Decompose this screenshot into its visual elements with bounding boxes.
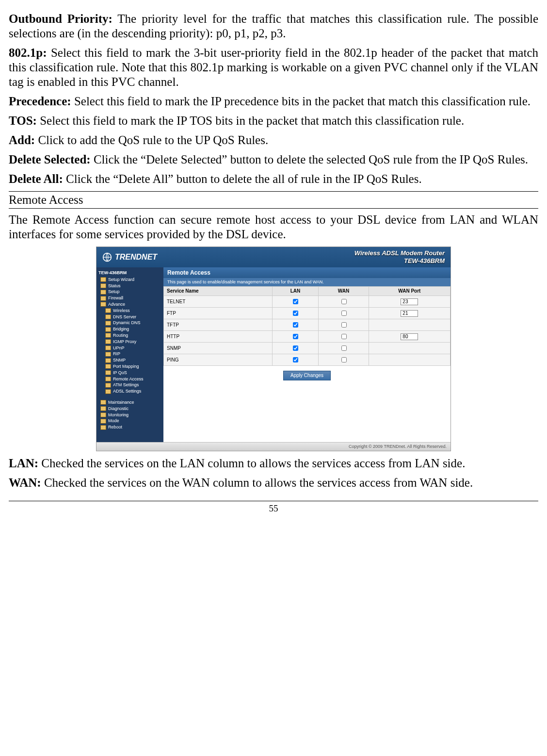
wan-checkbox[interactable] xyxy=(341,357,347,362)
th-wan: WAN xyxy=(319,287,369,296)
cell-service-name: TFTP xyxy=(164,319,273,331)
sidebar-item-label: Setup xyxy=(108,289,120,295)
sidebar-item-label: Port Mapping xyxy=(113,364,139,369)
sidebar-item[interactable]: Setup xyxy=(98,289,161,295)
label-precedence: Precedence: xyxy=(9,95,71,108)
sidebar-item[interactable]: Reboot xyxy=(98,424,161,430)
th-service-name: Service Name xyxy=(164,287,273,296)
header-title: Wireless ADSL Modem Router TEW-436BRM xyxy=(354,249,445,264)
table-row: SNMP xyxy=(164,343,450,354)
para-remote-access-intro: The Remote Access function can secure re… xyxy=(9,213,538,242)
panel-title: Remote Access xyxy=(163,267,450,278)
sidebar-item-label: Routing xyxy=(113,333,128,338)
sidebar-item[interactable]: ADSL Settings xyxy=(98,388,161,394)
folder-icon xyxy=(105,383,111,388)
sidebar-item-label: ADSL Settings xyxy=(113,389,141,394)
sidebar-item[interactable]: Diagnostic xyxy=(98,406,161,412)
cell-wan-port xyxy=(369,354,450,366)
sidebar-item-label: Wireless xyxy=(113,308,130,313)
folder-icon xyxy=(105,339,111,344)
folder-icon xyxy=(100,283,106,288)
brand-logo: TRENDNET xyxy=(102,252,157,262)
header-title-line1: Wireless ADSL Modem Router xyxy=(354,249,445,257)
sidebar-item-label: DNS Server xyxy=(113,314,136,320)
wan-checkbox[interactable] xyxy=(341,299,347,304)
table-row: PING xyxy=(164,354,450,366)
sidebar-item[interactable]: ATM Settings xyxy=(98,382,161,388)
main-panel: Remote Access This page is used to enabl… xyxy=(163,267,450,442)
apply-changes-button[interactable]: Apply Changes xyxy=(283,371,331,380)
folder-icon xyxy=(105,308,111,313)
cell-service-name: FTP xyxy=(164,308,273,319)
sidebar-item[interactable]: Status xyxy=(98,283,161,289)
th-wan-port: WAN Port xyxy=(369,287,450,296)
globe-icon xyxy=(102,252,112,262)
cell-wan-port xyxy=(369,308,450,319)
sidebar-item[interactable]: RIP xyxy=(98,351,161,357)
sidebar-item[interactable]: Setup Wizard xyxy=(98,277,161,283)
lan-checkbox[interactable] xyxy=(293,322,298,328)
sidebar-item-advance[interactable]: Advance xyxy=(98,301,161,308)
folder-icon xyxy=(105,314,111,319)
wan-checkbox[interactable] xyxy=(341,322,347,328)
lan-checkbox[interactable] xyxy=(293,345,298,351)
label-lan: LAN: xyxy=(9,457,38,470)
table-row: TELNET xyxy=(164,296,450,308)
sidebar-item[interactable]: Dynamic DNS xyxy=(98,320,161,326)
lan-checkbox[interactable] xyxy=(293,311,298,316)
lan-checkbox[interactable] xyxy=(293,299,298,304)
sidebar-item-label: UPnP xyxy=(113,345,125,351)
text-delete-all: Click the “Delete All” button to delete … xyxy=(63,172,422,185)
sidebar-item[interactable]: Bridging xyxy=(98,326,161,332)
folder-icon xyxy=(100,302,106,307)
sidebar-item[interactable]: SNMP xyxy=(98,357,161,363)
sidebar-item-label: Status xyxy=(108,283,121,289)
screenshot-header: TRENDNET Wireless ADSL Modem Router TEW-… xyxy=(97,247,450,267)
wan-port-input[interactable] xyxy=(401,333,418,340)
sidebar-item[interactable]: Wireless xyxy=(98,308,161,314)
screenshot-footer: Copyright © 2009 TRENDnet. All Rights Re… xyxy=(97,442,450,451)
folder-icon xyxy=(100,412,106,417)
services-table: Service Name LAN WAN WAN Port TELNETFTPT… xyxy=(163,286,450,366)
sidebar-advance-label: Advance xyxy=(108,302,125,307)
sidebar-item[interactable]: Monitoring xyxy=(98,412,161,418)
label-delete-all: Delete All: xyxy=(9,172,63,185)
sidebar-device-name: TEW-436BRM xyxy=(98,270,161,276)
folder-icon xyxy=(105,352,111,357)
para-delete-selected: Delete Selected: Click the “Delete Selec… xyxy=(9,152,538,167)
header-title-line2: TEW-436BRM xyxy=(354,257,445,265)
sidebar-item-label: Maintainance xyxy=(108,400,134,405)
folder-icon xyxy=(100,277,106,282)
sidebar-item[interactable]: Remote Access xyxy=(98,376,161,382)
sidebar-item[interactable]: IP QoS xyxy=(98,370,161,376)
wan-checkbox[interactable] xyxy=(341,311,347,316)
sidebar-item-label: Firewall xyxy=(108,296,123,301)
wan-checkbox[interactable] xyxy=(341,334,347,339)
lan-checkbox[interactable] xyxy=(293,334,298,339)
sidebar-item[interactable]: IGMP Proxy xyxy=(98,339,161,345)
sidebar-item[interactable]: Mode xyxy=(98,418,161,424)
sidebar-item-label: Dynamic DNS xyxy=(113,320,141,326)
para-lan: LAN: Checked the services on the LAN col… xyxy=(9,456,538,471)
sidebar-item-label: IGMP Proxy xyxy=(113,339,136,345)
wan-port-input[interactable] xyxy=(401,310,418,317)
text-delete-selected: Click the “Delete Selected” button to de… xyxy=(91,153,528,166)
sidebar-item[interactable]: Firewall xyxy=(98,295,161,301)
lan-checkbox[interactable] xyxy=(293,357,298,362)
page-number: 55 xyxy=(9,501,538,514)
text-add: Click to add the QoS rule to the UP QoS … xyxy=(35,133,268,147)
text-precedence: Select this field to mark the IP precede… xyxy=(71,95,531,108)
wan-checkbox[interactable] xyxy=(341,345,347,351)
wan-port-input[interactable] xyxy=(401,298,418,305)
cell-wan-port xyxy=(369,319,450,331)
sidebar-item[interactable]: DNS Server xyxy=(98,314,161,320)
sidebar-item-label: Mode xyxy=(108,418,119,424)
sidebar-item[interactable]: Routing xyxy=(98,332,161,339)
sidebar-item[interactable]: Port Mapping xyxy=(98,363,161,370)
folder-icon xyxy=(100,296,106,301)
sidebar-item-label: IP QoS xyxy=(113,370,127,376)
sidebar-item[interactable]: UPnP xyxy=(98,345,161,351)
folder-icon xyxy=(105,333,111,338)
sidebar-item[interactable]: Maintainance xyxy=(98,399,161,406)
table-row: HTTP xyxy=(164,331,450,343)
